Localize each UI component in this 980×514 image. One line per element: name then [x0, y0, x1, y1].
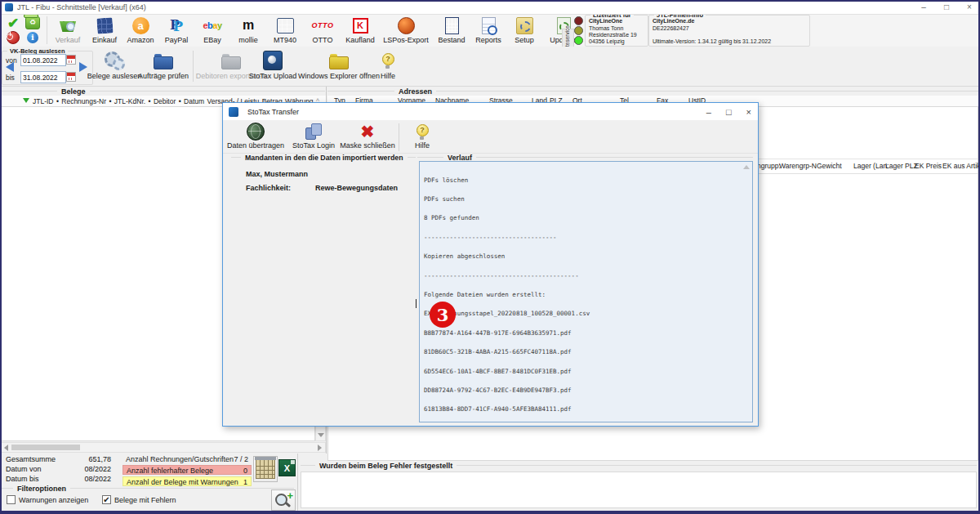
filter-dot[interactable]: • — [179, 97, 181, 105]
belege-hscrollbar[interactable] — [0, 442, 326, 453]
count-fehler-row: Anzahl fehlerhafter Belege0 — [122, 465, 252, 475]
col-jtl-kdnr[interactable]: JTL-KdNr. — [114, 97, 145, 105]
datev-export-button[interactable] — [253, 456, 278, 482]
stotax-transfer-dialog: StoTax Transfer – □ × Daten übertragen S… — [222, 102, 759, 427]
filter-dot[interactable]: • — [56, 97, 59, 105]
mt940-icon — [277, 18, 294, 34]
dialog-toolbar-separator — [399, 123, 399, 151]
info-icon[interactable]: i — [23, 30, 42, 45]
dialog-maximize-button[interactable]: □ — [726, 107, 732, 117]
col-datum[interactable]: Datum — [184, 97, 204, 105]
col-lager-plz[interactable]: Lager PLZ — [885, 162, 918, 170]
power-icon[interactable] — [3, 30, 23, 45]
count-rechnungen-row: Anzahl Rechnungen/Gutschriften7 / 2 — [122, 454, 252, 464]
close-button[interactable]: × — [964, 0, 975, 14]
verkauf-basket-icon — [59, 19, 77, 32]
tab-reports[interactable]: Reports — [470, 14, 506, 47]
tab-einkauf[interactable]: Einkauf — [87, 14, 122, 47]
tab-setup[interactable]: Setup — [506, 14, 542, 47]
date-to-input[interactable] — [20, 71, 66, 83]
bis-label: bis — [6, 74, 15, 82]
calendar-icon[interactable] — [66, 55, 76, 65]
hilfe-button[interactable]: ? Hilfe — [368, 49, 408, 83]
minimize-button[interactable]: – — [918, 0, 929, 14]
dialog-hilfe-button[interactable]: ? Hilfe — [404, 122, 440, 152]
stotax-upload-icon — [263, 51, 283, 70]
filter-dot[interactable]: • — [149, 97, 151, 105]
stotax-login-button[interactable]: StoTax Login — [290, 122, 337, 152]
dialog-title: StoTax Transfer — [247, 108, 299, 116]
license-line: Residenzstraße 19 — [589, 32, 637, 38]
lspos-icon — [398, 17, 415, 34]
fehler-text-area[interactable] — [301, 472, 977, 508]
einkauf-icon — [96, 17, 113, 34]
prev-month-arrow[interactable] — [6, 62, 14, 72]
maske-schliessen-button[interactable]: ✖ Maske schließen — [341, 122, 394, 152]
gears-icon — [104, 51, 125, 70]
folder-check-icon — [154, 56, 173, 69]
col-ek-preis[interactable]: EK Preis — [915, 162, 942, 170]
tab-kaufland[interactable]: K Kaufland — [341, 14, 379, 47]
datum-bis-value: 08/2022 — [62, 475, 111, 483]
col-rechnungs-nr[interactable]: Rechnungs-Nr — [61, 97, 106, 105]
gesamtsumme-value: 651,78 — [62, 455, 111, 463]
titlebar: JTL - Fibu - Schnittstelle [Verkauf] (x6… — [0, 0, 980, 15]
maximize-button[interactable]: □ — [941, 0, 952, 14]
text-cursor — [416, 299, 416, 308]
tab-amazon[interactable]: a Amazon — [122, 14, 158, 47]
vk-beleg-groupbox: VK-Beleg auslesen von bis — [2, 51, 93, 85]
col-lager-land[interactable]: Lager (Lan: — [853, 162, 889, 170]
sort-arrow-icon[interactable] — [23, 98, 29, 103]
col-ek-aus-artikel[interactable]: EK aus Artikel — [942, 162, 980, 170]
license-line: 04356 Leipzig — [589, 38, 625, 44]
tab-ebay[interactable]: ebay EBay — [194, 14, 230, 47]
updateservice-led-green — [574, 36, 583, 45]
date-from-input[interactable] — [20, 54, 66, 66]
paypal-icon: PP — [168, 17, 185, 34]
tab-bestand[interactable]: Bestand — [433, 14, 470, 47]
calendar-icon[interactable] — [66, 72, 76, 82]
tab-mollie[interactable]: m mollie — [230, 14, 266, 47]
annotation-step-3-badge: 3 — [430, 302, 456, 328]
log-scroll-up-arrow[interactable] — [743, 165, 750, 169]
building-icon — [256, 459, 275, 479]
confirm-icon[interactable]: ✔ — [3, 16, 23, 30]
amazon-icon: a — [132, 17, 149, 34]
updateservice-led-red — [574, 16, 583, 25]
setup-icon — [516, 17, 533, 34]
col-gewicht[interactable]: Gewicht — [817, 162, 842, 170]
search-filter-button[interactable]: + — [271, 489, 296, 511]
tab-paypal[interactable]: PP PayPal — [158, 14, 194, 47]
hscroll-thumb[interactable] — [11, 445, 80, 450]
ebay-icon: ebay — [203, 20, 221, 30]
fachlichkeit-label: Fachlichkeit: — [246, 184, 291, 192]
warnungen-anzeigen-checkbox[interactable] — [7, 495, 16, 504]
mollie-icon: m — [243, 18, 254, 33]
stotax-upload-button[interactable]: StoTax Upload — [247, 49, 299, 83]
daten-uebertragen-button[interactable]: Daten übertragen — [223, 122, 288, 152]
col-warengrp-n[interactable]: Warengrp-N — [779, 162, 817, 170]
action-toolbar: VK-Beleg auslesen von bis Belege auslese… — [0, 47, 980, 87]
verlauf-log-area[interactable]: PDFs löschen PDFs suchen 8 PDFs gefunden… — [419, 161, 753, 422]
dialog-minimize-button[interactable]: – — [706, 107, 711, 117]
col-debitor[interactable]: Debitor — [154, 97, 176, 105]
globe-icon — [247, 123, 265, 141]
tab-mt940[interactable]: MT940 — [266, 14, 304, 47]
tab-lspos-export[interactable]: LSPos-Export — [379, 14, 433, 47]
dialog-close-button[interactable]: × — [746, 107, 751, 117]
excel-export-button[interactable]: X — [278, 459, 296, 476]
tab-verkauf[interactable]: Verkauf — [49, 14, 87, 47]
filteroptionen-group-label: Filteroptionen — [0, 484, 294, 493]
belege-mit-fehlern-checkbox[interactable]: ✔ — [102, 495, 111, 504]
license-name: CityLineOne — [589, 18, 622, 24]
auftraege-pruefen-button[interactable]: Aufträge prüfen — [136, 49, 191, 83]
fehler-group-label: Wurden beim Beleg Fehler festgestellt — [301, 461, 977, 470]
folder-export-icon — [221, 56, 241, 69]
firm-info-groupbox: JTL-Firmen-Info CityLineOne.de DE2226824… — [648, 15, 810, 47]
mandant-group-label: Mandanten in den die Daten importiert we… — [231, 153, 416, 162]
filter-dot[interactable]: • — [109, 97, 111, 105]
tab-otto[interactable]: OTTO OTTO — [304, 14, 341, 47]
recycle-bin-icon[interactable]: ♻ — [23, 16, 42, 30]
col-jtl-id[interactable]: JTL-ID — [33, 97, 54, 105]
firm-version: Ultimate-Version: 1.34.12 gültig bis 31.… — [653, 38, 771, 44]
